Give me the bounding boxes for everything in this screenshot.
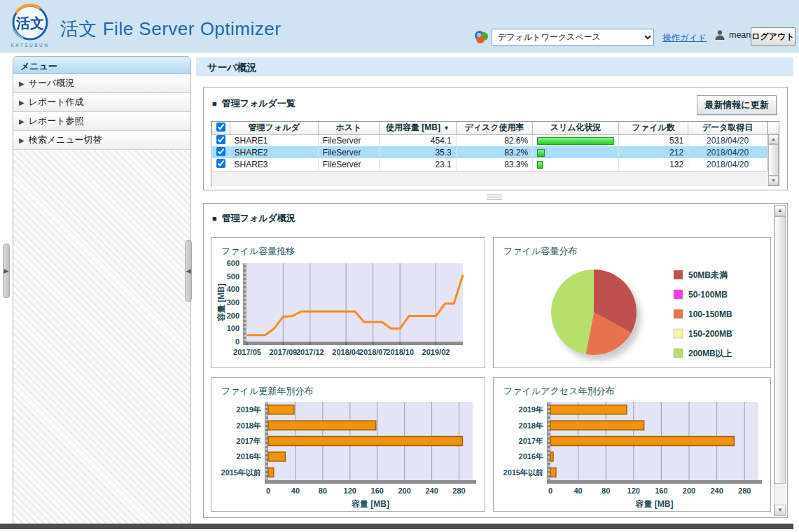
file-count-cell: 132	[619, 158, 688, 170]
column-header[interactable]: ディスク使用率	[456, 122, 532, 134]
logout-button[interactable]: ログアウト	[751, 27, 795, 46]
row-checkbox-cell	[212, 146, 230, 158]
svg-text:40: 40	[574, 486, 582, 495]
column-header[interactable]: ホスト	[318, 122, 379, 134]
sidebar-empty-area	[13, 150, 190, 526]
svg-text:0: 0	[266, 486, 270, 495]
capacity-cell: 35.3	[380, 146, 457, 158]
folder-cell: SHARE2	[230, 146, 318, 158]
sidebar-item-label: レポート参照	[29, 115, 84, 127]
file-capacity-distribution-chart: ファイル容量分布 50MB未満50-100MB100-150MB150-200M…	[493, 237, 771, 368]
svg-text:300: 300	[227, 298, 239, 307]
bar-chart: 2019年2018年2017年2016年2015年以前0408012016020…	[215, 399, 481, 512]
row-checkbox[interactable]	[216, 135, 225, 144]
row-checkbox-cell	[212, 134, 230, 146]
chart-title: ファイル容量分布	[494, 238, 770, 258]
triangle-right-icon: ▶	[19, 136, 25, 144]
scroll-down-button[interactable]: ▼	[774, 505, 786, 516]
bar	[550, 405, 627, 414]
line-chart-svg: 01002003004005006002017/052017/092017/12…	[215, 259, 481, 364]
disk-usage-cell: 82.6%	[456, 134, 532, 146]
table-scrollbar: ▲ ▼	[767, 122, 779, 186]
column-header[interactable]: 管理フォルダ	[230, 122, 318, 134]
table-row[interactable]: SHARE1FileServer454.182.6%5312018/04/20	[212, 134, 767, 146]
square-bullet-icon: ■	[212, 214, 217, 223]
row-checkbox[interactable]	[216, 159, 225, 168]
file-capacity-trend-chart: ファイル容量推移 01002003004005006002017/052017/…	[211, 237, 485, 368]
slim-status-cell	[533, 146, 619, 158]
user-icon	[714, 29, 725, 41]
slim-status-cell	[533, 158, 619, 170]
folder-overview-panel: ■管理フォルダ概況 ファイル容量推移 010020030040050060020…	[203, 203, 788, 518]
slim-status-cell	[533, 134, 619, 146]
svg-text:120: 120	[627, 486, 640, 495]
row-checkbox[interactable]	[216, 147, 225, 156]
svg-text:容量 [MB]: 容量 [MB]	[216, 284, 226, 322]
scrollbar-track[interactable]	[774, 484, 786, 505]
menu-header: メニュー	[13, 57, 190, 74]
scrollbar-thumb[interactable]	[768, 144, 779, 176]
bar	[268, 452, 285, 461]
sidebar-item-report-view[interactable]: ▶ レポート参照	[13, 112, 190, 131]
overview-scrollbar: ▲ ▼	[774, 205, 786, 516]
disk-usage-cell: 83.3%	[456, 158, 532, 170]
sidebar-item-server-overview[interactable]: ▶ サーバ概況	[13, 74, 190, 93]
panel-expand-handle[interactable]: ▶	[3, 244, 10, 298]
legend-swatch	[674, 290, 683, 299]
svg-text:2018年: 2018年	[519, 421, 543, 430]
operation-guide-link[interactable]: 操作ガイド	[662, 32, 707, 44]
scrollbar-thumb[interactable]	[774, 216, 786, 484]
bar	[550, 437, 734, 446]
svg-text:200: 200	[227, 312, 239, 320]
capacity-cell: 454.1	[380, 134, 457, 146]
svg-text:活文: 活文	[15, 15, 44, 31]
window-bottom-edge	[0, 524, 793, 529]
host-cell: FileServer	[318, 134, 379, 146]
folder-table-container: 管理フォルダホスト使用容量 [MB]▼ディスク使用率スリム化状況ファイル数データ…	[211, 121, 779, 186]
host-cell: FileServer	[318, 158, 379, 170]
sidebar-item-report-create[interactable]: ▶ レポート作成	[13, 93, 190, 112]
file-count-cell: 212	[619, 146, 688, 158]
scrollbar-header-spacer	[768, 122, 779, 134]
managed-folder-list-panel: ■管理フォルダ一覧 最新情報に更新 管理フォルダホスト使用容量 [MB]▼ディス…	[203, 87, 788, 190]
workspace-icon	[473, 29, 489, 45]
legend-label: 100-150MB	[688, 309, 732, 319]
chart-title: ファイルアクセス年別分布	[494, 378, 770, 398]
svg-text:160: 160	[371, 486, 384, 495]
katsubun-logo-icon: 活文 KATSUBUN	[8, 2, 55, 51]
page-title: サーバ概況	[196, 57, 793, 74]
triangle-right-icon: ▶	[19, 118, 25, 125]
sidebar-menu: メニュー ▶ サーバ概況 ▶ レポート作成 ▶ レポート参照 ▶ 検索メニュー切…	[13, 56, 191, 526]
slim-status-bar	[537, 149, 545, 157]
app-title: 活文 File Server Optimizer	[60, 17, 281, 41]
column-header[interactable]: データ取得日	[688, 122, 767, 134]
column-header[interactable]: 使用容量 [MB]▼	[380, 122, 457, 134]
bar-chart: 2019年2018年2017年2016年2015年以前0408012016020…	[497, 399, 767, 512]
svg-text:KATSUBUN: KATSUBUN	[11, 43, 50, 48]
sidebar-item-search-menu-switch[interactable]: ▶ 検索メニュー切替	[13, 131, 190, 150]
sidebar-collapse-handle[interactable]: ◀	[185, 240, 192, 302]
panel-splitter-handle[interactable]	[487, 195, 502, 200]
column-header[interactable]: ファイル数	[619, 122, 688, 134]
svg-text:400: 400	[227, 285, 239, 293]
svg-text:2019年: 2019年	[519, 405, 543, 414]
disk-usage-cell: 83.2%	[456, 146, 532, 158]
svg-text:容量 [MB]: 容量 [MB]	[635, 499, 674, 509]
scroll-up-button[interactable]: ▲	[774, 205, 786, 216]
table-empty-area	[212, 171, 768, 186]
scroll-down-button[interactable]: ▼	[768, 176, 779, 186]
svg-text:100: 100	[227, 324, 239, 332]
select-all-checkbox[interactable]	[216, 122, 225, 132]
refresh-button[interactable]: 最新情報に更新	[697, 95, 777, 115]
column-header[interactable]: スリム化状況	[533, 122, 619, 134]
table-row[interactable]: SHARE2FileServer35.383.2%2122018/04/20	[212, 146, 767, 158]
bar-chart-svg: 2019年2018年2017年2016年2015年以前0408012016020…	[497, 399, 767, 510]
pie-chart-svg: 50MB未満50-100MB100-150MB150-200MB200MB以上	[497, 259, 767, 365]
date-cell: 2018/04/20	[688, 158, 767, 170]
svg-text:2017/12: 2017/12	[296, 348, 324, 356]
bar	[550, 421, 644, 430]
table-row[interactable]: SHARE3FileServer23.183.3%1322018/04/20	[212, 158, 767, 170]
scroll-up-button[interactable]: ▲	[768, 134, 779, 144]
svg-text:80: 80	[602, 486, 610, 495]
workspace-select[interactable]: デフォルトワークスペース	[492, 29, 654, 46]
